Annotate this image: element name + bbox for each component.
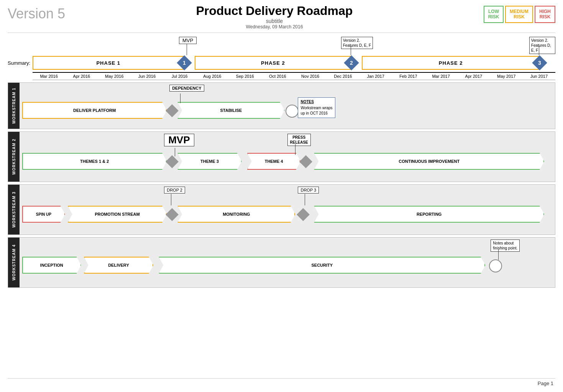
ws2-press-release-box: PRESSRELEASE (287, 134, 311, 146)
month-apr2016: Apr 2016 (65, 74, 98, 79)
version2-line-2 (539, 44, 539, 55)
milestone2-label: 2 (350, 60, 353, 66)
ws2-dep-diamond2 (299, 155, 312, 168)
phase2b-box: PHASE 2 (362, 56, 540, 70)
ws4-notes-finishing-line (498, 249, 499, 260)
month-aug2016: Aug 2016 (196, 74, 228, 79)
ws1-dependency-line (180, 93, 181, 103)
header: Version 5 Product Delivery Roadmap subti… (8, 4, 555, 30)
ws1-label: WORKSTREAM 1 (8, 83, 20, 129)
ws1-dependency-box: DEPENDENCY (169, 85, 204, 92)
month-jul2016: Jul 2016 (163, 74, 196, 79)
risk-low-box: LOWRISK (484, 6, 504, 23)
workstream1: WORKSTREAM 1 DEPENDENCY DELIVER PLATFORM… (8, 82, 555, 129)
phase1-box: PHASE 1 (33, 56, 184, 70)
ws2-continuous-improvement: CONTINUOUS IMPROVEMENT (314, 153, 544, 170)
page-container: Version 5 Product Delivery Roadmap subti… (0, 0, 563, 392)
milestone3-diamond: 3 (532, 55, 547, 71)
risk-legend: LOWRISK MEDIUMRISK HIGHRISK (484, 4, 555, 23)
ws1-notes-title: NOTES (300, 99, 332, 105)
ws3-drop2-line (171, 194, 171, 205)
title-center: Product Delivery Roadmap subtitle Wednes… (65, 4, 484, 30)
ws3-drop3-line (305, 194, 305, 205)
workstream3: WORKSTREAM 3 DROP 2 DROP 3 SPIN UP PROMO… (8, 184, 555, 235)
ws3-dep-diamond2 (297, 208, 310, 221)
month-mar2017: Mar 2017 (425, 74, 457, 79)
summary-label: Summary: (8, 60, 33, 66)
ws2-theme4: THEME 4 (247, 153, 301, 170)
ws2-theme3: THEME 3 (177, 153, 242, 170)
version2-line-1 (351, 44, 351, 55)
month-headers: Mar 2016 Apr 2016 May 2016 Jun 2016 Jul … (33, 72, 555, 80)
ws3-drop3-box: DROP 3 (298, 187, 319, 194)
milestone2-diamond: 2 (344, 55, 359, 71)
version2-annotation-2: Version 2.Features D, E, F (529, 37, 555, 54)
ws4-delivery: DELIVERY (84, 257, 154, 274)
ws4-inception: INCEPTION (22, 257, 81, 274)
main-title: Product Delivery Roadmap (65, 4, 484, 18)
ws4-content: Notes aboutfinishing point. INCEPTION DE… (20, 238, 555, 287)
phase2a-box: PHASE 2 (195, 56, 351, 70)
header-separator (8, 33, 555, 33)
milestone3-wrapper: 3 (533, 56, 547, 70)
ws3-label: WORKSTREAM 3 (8, 185, 20, 235)
ws1-notes-body: Workstream wrapsup in OCT 2016 (300, 105, 332, 116)
milestone2-wrapper: 2 (345, 56, 358, 70)
ws1-content: DEPENDENCY DELIVER PLATFORM STABILISE NO… (20, 83, 555, 129)
ws3-monitoring: MONITORING (177, 206, 295, 223)
milestone1-label: 1 (183, 60, 186, 66)
ws2-content: MVP PRESSRELEASE THEMES 1 & 2 THEME 3 TH… (20, 132, 555, 182)
risk-medium-box: MEDIUMRISK (505, 6, 533, 23)
month-may2017: May 2017 (490, 74, 523, 79)
date-label: Wednesday, 09 March 2016 (65, 24, 484, 30)
milestones-above: MVP Version 2.Features D, E, F Version 2… (33, 36, 555, 55)
ws3-promotion-stream: PROMOTION STREAM (68, 206, 167, 223)
ws1-notes-box: NOTES Workstream wrapsup in OCT 2016 (298, 97, 335, 118)
month-jun2017: Jun 2017 (523, 74, 555, 79)
milestone3-label: 3 (538, 60, 541, 66)
risk-high-box: HIGHRISK (535, 6, 555, 23)
ws2-label: WORKSTREAM 2 (8, 132, 20, 182)
month-apr2017: Apr 2017 (457, 74, 490, 79)
workstream2: WORKSTREAM 2 MVP PRESSRELEASE THEMES 1 &… (8, 131, 555, 182)
month-jan2017: Jan 2017 (359, 74, 392, 79)
mvp-annotation: MVP (179, 37, 197, 44)
ws1-circle (286, 105, 299, 118)
ws3-reporting: REPORTING (314, 206, 544, 223)
ws2-themes12: THEMES 1 & 2 (22, 153, 167, 170)
ws3-content: DROP 2 DROP 3 SPIN UP PROMOTION STREAM M… (20, 185, 555, 235)
ws2-press-release-line (295, 144, 295, 155)
ws3-dep-diamond1 (166, 208, 179, 221)
version2-annotation-1: Version 2.Features D, E, F (341, 37, 373, 49)
subtitle: subtitle (65, 18, 484, 24)
ws1-deliver-platform: DELIVER PLATFORM (22, 102, 167, 119)
ws4-security: SECURITY (159, 257, 485, 274)
page-number: Page 1 (538, 381, 553, 386)
month-dec2016: Dec 2016 (327, 74, 359, 79)
ws3-spin-up: SPIN UP (22, 206, 65, 223)
month-oct2016: Oct 2016 (261, 74, 294, 79)
ws1-dep-diamond (166, 104, 179, 117)
ws4-label: WORKSTREAM 4 (8, 238, 20, 287)
month-sep2016: Sep 2016 (229, 74, 261, 79)
mvp-line (187, 44, 187, 55)
month-nov2016: Nov 2016 (294, 74, 327, 79)
month-may2016: May 2016 (98, 74, 131, 79)
summary-row: Summary: PHASE 1 1 PHASE 2 2 (8, 55, 555, 71)
milestone1-diamond: 1 (177, 55, 192, 71)
workstream4: WORKSTREAM 4 Notes aboutfinishing point.… (8, 237, 555, 288)
ws2-dep-diamond (166, 155, 179, 168)
milestone1-wrapper: 1 (177, 56, 191, 70)
ws4-notes-finishing-box: Notes aboutfinishing point. (491, 239, 520, 252)
bottom-separator (8, 378, 555, 379)
ws2-mvp-label: MVP (164, 134, 194, 146)
summary-phases: PHASE 1 1 PHASE 2 2 PHASE 2 (33, 55, 555, 71)
month-mar2016: Mar 2016 (33, 74, 65, 79)
summary-section: MVP Version 2.Features D, E, F Version 2… (8, 36, 555, 288)
ws3-drop2-box: DROP 2 (164, 187, 185, 194)
month-jun2016: Jun 2016 (131, 74, 163, 79)
ws2-mvp-line (175, 148, 175, 156)
month-feb2017: Feb 2017 (392, 74, 425, 79)
ws1-stabilise: STABILISE (177, 102, 284, 119)
ws4-circle (489, 259, 502, 272)
